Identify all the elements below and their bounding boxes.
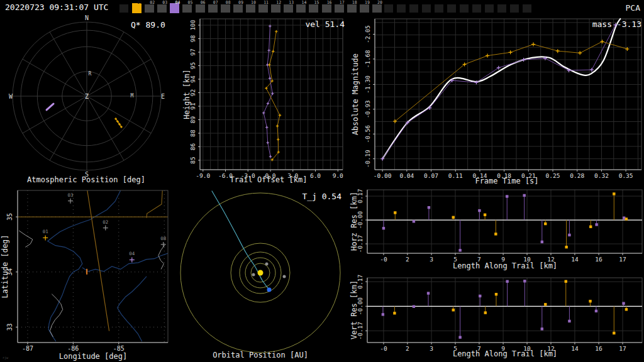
svg-text:0.07: 0.07 bbox=[424, 172, 438, 179]
svg-text:95: 95 bbox=[189, 62, 196, 69]
svg-text:-0.19: -0.19 bbox=[364, 150, 371, 168]
camera-cell-blank bbox=[397, 4, 406, 13]
svg-text:-1.68: -1.68 bbox=[364, 50, 371, 68]
svg-text:2: 2 bbox=[406, 256, 409, 263]
length-along-trail-xlabel-horz: Length Along Trail [km] bbox=[453, 261, 557, 270]
svg-text:04: 04 bbox=[129, 251, 135, 256]
camera-cell-blank bbox=[460, 4, 469, 13]
camera-cell-19[interactable] bbox=[360, 4, 369, 13]
magnitude-ylabel: Absolute Magnitude bbox=[351, 53, 360, 135]
svg-text:-0: -0 bbox=[380, 345, 387, 352]
svg-text:02: 02 bbox=[103, 219, 108, 225]
camera-cell-label: 06 bbox=[197, 0, 206, 5]
svg-text:-85: -85 bbox=[113, 345, 125, 352]
camera-cell-label: 07 bbox=[210, 0, 218, 5]
svg-text:-0.56: -0.56 bbox=[364, 125, 371, 143]
svg-text:16: 16 bbox=[595, 256, 602, 263]
svg-text:-0.93: -0.93 bbox=[364, 101, 371, 119]
camera-cell-16[interactable] bbox=[322, 4, 331, 13]
trail-offset-xlabel: Trail Offset [km] bbox=[230, 175, 308, 184]
svg-text:86: 86 bbox=[189, 143, 196, 150]
svg-text:-2.05: -2.05 bbox=[364, 25, 371, 43]
camera-cell-label: 01 bbox=[134, 0, 142, 5]
svg-text:6.0: 6.0 bbox=[310, 172, 321, 179]
svg-text:98: 98 bbox=[189, 35, 196, 43]
camera-cell-07[interactable] bbox=[208, 4, 218, 13]
svg-text:2: 2 bbox=[406, 345, 409, 352]
camera-cell-14[interactable] bbox=[296, 4, 306, 13]
app-window: NSEWZRM-9.0-6.0-3.00.03.06.09.0100989795… bbox=[0, 0, 644, 362]
velocity-badge: vel 51.4 bbox=[305, 19, 345, 29]
camera-cell-blank bbox=[409, 4, 418, 13]
svg-text:-0: -0 bbox=[380, 256, 387, 263]
camera-cell-05[interactable] bbox=[182, 4, 192, 13]
svg-text:W: W bbox=[9, 93, 13, 100]
camera-cell-18[interactable] bbox=[347, 4, 357, 13]
camera-cell-blank bbox=[485, 4, 494, 13]
svg-text:08: 08 bbox=[160, 236, 167, 241]
camera-cell-label: 11 bbox=[260, 0, 269, 5]
horz-res-ylabel: Horz Res [km] bbox=[350, 192, 358, 251]
camera-cell-label: 14 bbox=[298, 0, 306, 5]
camera-cell-20[interactable] bbox=[372, 4, 382, 13]
svg-text:0.11: 0.11 bbox=[448, 172, 463, 179]
svg-text:M: M bbox=[131, 93, 134, 99]
camera-cell-label: 15 bbox=[311, 0, 319, 5]
length-along-trail-xlabel-vert: Length Along Trail [km] bbox=[453, 349, 557, 358]
svg-text:14: 14 bbox=[571, 345, 579, 352]
camera-cell-label: 09 bbox=[235, 0, 243, 5]
svg-text:0.04: 0.04 bbox=[399, 172, 414, 179]
svg-text:0.28: 0.28 bbox=[570, 172, 584, 179]
camera-cell-10[interactable] bbox=[246, 4, 255, 13]
latitude-ylabel: Latitude [deg] bbox=[1, 234, 9, 298]
mode-label: PCA bbox=[626, 3, 640, 13]
camera-cell-11[interactable] bbox=[258, 4, 268, 13]
camera-cell-label: 08 bbox=[223, 0, 231, 5]
svg-text:0.25: 0.25 bbox=[546, 172, 560, 179]
camera-cell-blank bbox=[119, 4, 128, 13]
camera-cell-blank bbox=[510, 4, 519, 13]
camera-cell-label: 17 bbox=[336, 0, 345, 5]
camera-cell-03[interactable] bbox=[157, 4, 167, 13]
svg-text:Z: Z bbox=[85, 93, 89, 100]
camera-cell-label: 03 bbox=[159, 0, 167, 5]
svg-text:3: 3 bbox=[430, 345, 433, 352]
svg-text:17: 17 bbox=[619, 256, 626, 263]
utc-timestamp: 20220723 09:31:07 UTC bbox=[5, 3, 108, 12]
camera-cell-blank bbox=[472, 4, 481, 13]
camera-cell-label: 20 bbox=[374, 0, 382, 5]
svg-text:0.35: 0.35 bbox=[619, 172, 633, 179]
camera-cell-13[interactable] bbox=[284, 4, 293, 13]
watermark: rjw bbox=[3, 356, 8, 359]
camera-cell-label: 05 bbox=[184, 0, 192, 5]
svg-text:-1.30: -1.30 bbox=[364, 75, 371, 94]
camera-cell-09[interactable] bbox=[233, 4, 243, 13]
camera-cell-12[interactable] bbox=[271, 4, 280, 13]
svg-text:9.0: 9.0 bbox=[333, 172, 343, 179]
svg-text:-0.00: -0.00 bbox=[374, 172, 392, 179]
camera-cell-02[interactable] bbox=[145, 4, 154, 13]
svg-text:17: 17 bbox=[619, 345, 626, 352]
camera-cell-label: 13 bbox=[286, 0, 294, 5]
camera-cell-blank bbox=[435, 4, 443, 13]
longitude-xlabel: Longitude [deg] bbox=[59, 352, 127, 361]
svg-text:16: 16 bbox=[595, 345, 602, 352]
svg-text:N: N bbox=[85, 14, 89, 21]
svg-text:14: 14 bbox=[571, 256, 579, 263]
vert-res-ylabel: Vert Res [km] bbox=[350, 280, 358, 339]
camera-cell-label: 18 bbox=[349, 0, 357, 5]
svg-text:3: 3 bbox=[430, 256, 433, 263]
camera-cell-blank bbox=[447, 4, 456, 13]
camera-cell-blank bbox=[422, 4, 431, 13]
camera-cell-08[interactable] bbox=[221, 4, 230, 13]
height-ylabel: Height [km] bbox=[182, 69, 191, 119]
camera-cell-17[interactable] bbox=[335, 4, 344, 13]
camera-cell-label: 12 bbox=[273, 0, 281, 5]
svg-text:88: 88 bbox=[189, 129, 196, 137]
svg-text:E: E bbox=[161, 93, 165, 100]
camera-cell-15[interactable] bbox=[309, 4, 318, 13]
camera-cell-06[interactable] bbox=[196, 4, 205, 13]
orbital-plot-title: Orbital Position [AU] bbox=[213, 351, 308, 359]
svg-text:97: 97 bbox=[189, 48, 196, 55]
camera-cell-label: 10 bbox=[248, 0, 256, 5]
